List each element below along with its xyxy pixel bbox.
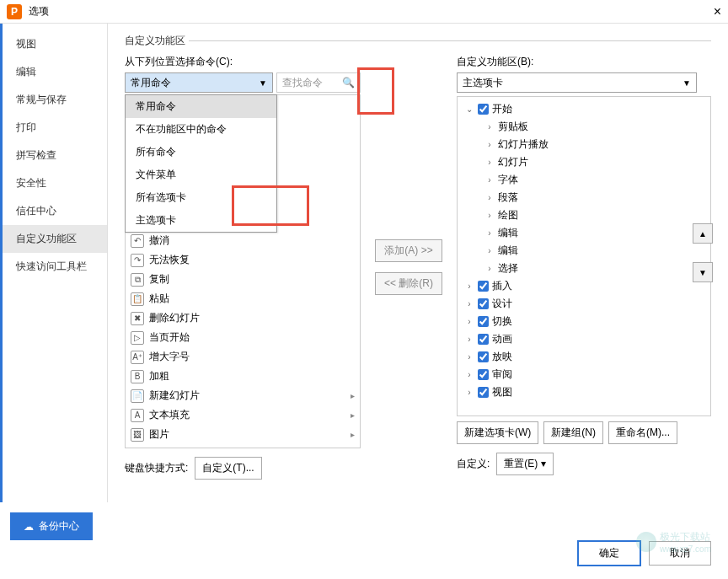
expand-icon[interactable]: ›: [484, 246, 495, 255]
tree-item[interactable]: ›字体: [461, 171, 707, 189]
search-input[interactable]: 查找命令 🔍: [276, 72, 361, 93]
new-tab-button[interactable]: 新建选项卡(W): [457, 421, 538, 444]
submenu-icon: ▸: [351, 391, 355, 400]
tree-item[interactable]: ›段落: [461, 189, 707, 206]
move-down-button[interactable]: ▼: [693, 262, 713, 282]
sidebar-item[interactable]: 打印: [3, 114, 107, 142]
tree-item[interactable]: ›幻灯片播放: [461, 136, 707, 153]
commands-combo[interactable]: 常用命令 ▼: [125, 72, 273, 93]
expand-icon[interactable]: ›: [484, 158, 495, 167]
tree-item[interactable]: ›插入: [461, 277, 707, 295]
sidebar-item[interactable]: 编辑: [3, 58, 107, 86]
sidebar-item[interactable]: 自定义功能区: [3, 225, 107, 253]
command-label: 加粗: [149, 369, 169, 383]
tree-checkbox[interactable]: [478, 387, 489, 398]
list-item[interactable]: A文本填充▸: [126, 405, 360, 425]
command-icon: B: [131, 370, 144, 383]
sidebar-item[interactable]: 常规与保存: [3, 86, 107, 114]
command-icon: A: [131, 409, 144, 422]
command-icon: ↷: [131, 254, 144, 267]
remove-button[interactable]: << 删除(R): [375, 272, 442, 295]
close-icon[interactable]: ×: [714, 4, 721, 19]
expand-icon[interactable]: ›: [484, 228, 495, 238]
expand-icon[interactable]: ›: [464, 281, 474, 291]
cancel-button[interactable]: 取消: [649, 541, 711, 566]
list-item[interactable]: 🖼图片▸: [126, 425, 360, 444]
list-item[interactable]: A⁺增大字号: [126, 347, 360, 367]
tree-checkbox[interactable]: [478, 369, 489, 380]
tree-item[interactable]: ›动画: [461, 330, 707, 348]
tree-item[interactable]: ⌄开始: [461, 100, 707, 118]
tree-item[interactable]: ›编辑: [461, 224, 707, 242]
expand-icon[interactable]: ›: [464, 370, 474, 379]
customize-shortcuts-button[interactable]: 自定义(T)...: [195, 457, 261, 480]
list-item[interactable]: A横向文本框: [126, 444, 360, 448]
list-item[interactable]: B加粗: [126, 367, 360, 386]
tree-item[interactable]: ›切换: [461, 313, 707, 330]
dropdown-item[interactable]: 主选项卡: [126, 209, 276, 232]
expand-icon[interactable]: ›: [464, 388, 474, 397]
tree-label: 选择: [498, 261, 518, 276]
expand-icon[interactable]: ›: [464, 317, 474, 326]
dropdown-item[interactable]: 文件菜单: [126, 164, 276, 186]
dropdown-item[interactable]: 不在功能区中的命令: [126, 118, 276, 141]
expand-icon[interactable]: ›: [484, 211, 495, 220]
tree-item[interactable]: ›放映: [461, 348, 707, 366]
move-up-button[interactable]: ▲: [693, 223, 713, 244]
expand-icon[interactable]: ›: [484, 175, 495, 185]
dropdown-item[interactable]: 常用命令: [126, 95, 276, 118]
ok-button[interactable]: 确定: [578, 541, 640, 566]
tree-checkbox[interactable]: [478, 334, 489, 345]
backup-center-button[interactable]: ☁ 备份中心: [10, 512, 93, 540]
expand-icon[interactable]: ›: [484, 122, 495, 131]
command-icon: ⧉: [131, 273, 144, 287]
expand-icon[interactable]: ›: [464, 299, 474, 308]
submenu-icon: ▸: [351, 410, 355, 420]
expand-icon[interactable]: ⌄: [464, 105, 474, 114]
command-label: 复制: [149, 272, 169, 287]
tree-item[interactable]: ›编辑: [461, 242, 707, 260]
tree-checkbox[interactable]: [478, 281, 489, 292]
search-placeholder: 查找命令: [282, 76, 323, 90]
tree-item[interactable]: ›视图: [461, 383, 707, 401]
commands-dropdown[interactable]: 常用命令不在功能区中的命令所有命令文件菜单所有选项卡主选项卡: [125, 94, 277, 233]
list-item[interactable]: 📋粘贴: [126, 289, 360, 308]
tree-item[interactable]: ›选择: [461, 260, 707, 277]
sidebar-item[interactable]: 拼写检查: [3, 142, 107, 169]
tree-checkbox[interactable]: [478, 298, 489, 309]
add-button[interactable]: 添加(A) >>: [375, 239, 442, 262]
expand-icon[interactable]: ›: [484, 264, 495, 273]
expand-icon[interactable]: ›: [464, 352, 474, 362]
rename-button[interactable]: 重命名(M)...: [608, 421, 677, 444]
expand-icon[interactable]: ›: [464, 335, 474, 344]
command-label: 撤消: [149, 233, 169, 248]
dropdown-item[interactable]: 所有命令: [126, 141, 276, 164]
sidebar-item[interactable]: 安全性: [3, 169, 107, 197]
new-group-button[interactable]: 新建组(N): [543, 421, 603, 444]
sidebar-item[interactable]: 信任中心: [3, 197, 107, 225]
list-item[interactable]: ▷当页开始: [126, 328, 360, 347]
tree-item[interactable]: ›幻灯片: [461, 153, 707, 171]
command-label: 新建幻灯片: [149, 389, 200, 403]
command-label: 当页开始: [149, 330, 190, 345]
tree-checkbox[interactable]: [478, 351, 489, 362]
ribbon-tree[interactable]: ⌄开始›剪贴板›幻灯片播放›幻灯片›字体›段落›绘图›编辑›编辑›选择›插入›设…: [457, 96, 711, 416]
expand-icon[interactable]: ›: [484, 193, 495, 202]
tree-item[interactable]: ›剪贴板: [461, 118, 707, 136]
expand-icon[interactable]: ›: [484, 140, 495, 149]
list-item[interactable]: ↷无法恢复: [126, 250, 360, 270]
reset-button[interactable]: 重置(E) ▾: [496, 453, 553, 475]
tree-checkbox[interactable]: [478, 316, 489, 327]
tree-item[interactable]: ›设计: [461, 295, 707, 313]
tree-item[interactable]: ›审阅: [461, 366, 707, 383]
list-item[interactable]: ↶撤消: [126, 231, 360, 250]
tree-item[interactable]: ›绘图: [461, 206, 707, 224]
sidebar-item[interactable]: 视图: [3, 30, 107, 58]
list-item[interactable]: ✖删除幻灯片: [126, 308, 360, 328]
tree-checkbox[interactable]: [478, 104, 489, 115]
sidebar-item[interactable]: 快速访问工具栏: [3, 253, 107, 281]
list-item[interactable]: 📄新建幻灯片▸: [126, 386, 360, 405]
ribbon-combo[interactable]: 主选项卡 ▼: [457, 72, 697, 93]
dropdown-item[interactable]: 所有选项卡: [126, 186, 276, 209]
list-item[interactable]: ⧉复制: [126, 270, 360, 289]
